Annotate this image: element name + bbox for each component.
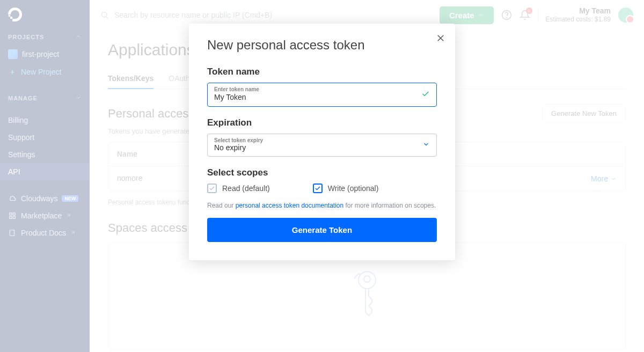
scope-write-label: Write (optional) xyxy=(328,184,379,193)
expiration-value: No expiry xyxy=(214,143,408,152)
expiration-select[interactable]: Select token expiry No expiry xyxy=(207,134,437,157)
generate-token-submit[interactable]: Generate Token xyxy=(207,218,437,242)
scope-read-label: Read (default) xyxy=(222,184,270,193)
token-name-input[interactable] xyxy=(214,93,408,101)
token-name-float-label: Enter token name xyxy=(214,86,430,92)
checkbox-read xyxy=(207,184,217,193)
check-icon xyxy=(421,90,430,100)
close-button[interactable] xyxy=(436,33,445,45)
scope-write[interactable]: Write (optional) xyxy=(313,184,379,193)
token-name-field[interactable]: Enter token name xyxy=(207,83,437,107)
checkbox-write[interactable] xyxy=(313,184,323,193)
scopes-label: Select scopes xyxy=(207,167,437,178)
close-icon xyxy=(436,33,445,43)
scopes-note: Read our personal access token documenta… xyxy=(207,202,437,209)
scope-read: Read (default) xyxy=(207,184,270,193)
expiration-float-label: Select token expiry xyxy=(214,137,430,143)
chevron-down-icon xyxy=(422,141,430,150)
token-name-label: Token name xyxy=(207,67,437,77)
new-token-modal: New personal access token Token name Ent… xyxy=(189,24,455,260)
docs-link[interactable]: personal access token documentation xyxy=(236,202,343,209)
modal-title: New personal access token xyxy=(207,38,437,53)
expiration-label: Expiration xyxy=(207,118,437,128)
